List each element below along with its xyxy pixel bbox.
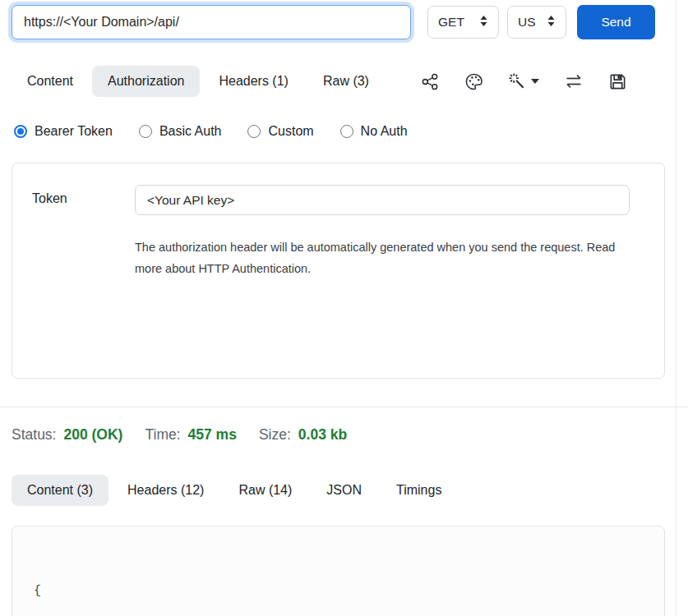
save-icon[interactable] <box>608 72 627 91</box>
toolbar <box>421 72 665 91</box>
response-status-row: Status: 200 (OK) Time: 457 ms Size: 0.03… <box>12 426 665 444</box>
radio-label: Custom <box>268 124 313 139</box>
auth-panel: Token The authorization header will be a… <box>12 163 665 379</box>
radio-label: Bearer Token <box>35 124 113 139</box>
radio-circle[interactable] <box>247 125 261 138</box>
auth-type-options: Bearer Token Basic Auth Custom No Auth <box>12 124 665 139</box>
tab-authorization[interactable]: Authorization <box>92 66 200 97</box>
token-input[interactable] <box>135 185 630 215</box>
method-select-value: GET <box>438 15 464 30</box>
request-tabs: Content Authorization Headers (1) Raw (3… <box>12 66 665 97</box>
tab-raw[interactable]: Raw (3) <box>307 66 385 97</box>
method-select[interactable]: GET <box>427 6 499 39</box>
resp-tab-headers[interactable]: Headers (12) <box>112 475 219 506</box>
size-label: Size: <box>259 426 291 444</box>
region-select[interactable]: US <box>507 6 566 39</box>
radio-circle-checked[interactable] <box>14 125 27 138</box>
response-body: { "message": "API running." } <box>12 526 665 616</box>
resp-tab-timings[interactable]: Timings <box>381 475 457 506</box>
token-label: Token <box>32 185 135 356</box>
time-value: 457 ms <box>188 426 237 444</box>
size-value: 0.03 kb <box>298 426 347 444</box>
page-right-divider <box>676 0 676 616</box>
magic-wand-icon[interactable] <box>508 72 539 91</box>
radio-circle[interactable] <box>340 125 353 138</box>
time-label: Time: <box>145 426 180 444</box>
radio-label: Basic Auth <box>159 124 222 139</box>
share-icon[interactable] <box>421 72 440 91</box>
send-button[interactable]: Send <box>577 5 655 39</box>
section-divider <box>0 407 688 407</box>
status-value: 200 (OK) <box>63 426 122 444</box>
resp-tab-raw[interactable]: Raw (14) <box>223 475 307 506</box>
tab-headers[interactable]: Headers (1) <box>203 66 303 97</box>
tab-content[interactable]: Content <box>12 66 89 97</box>
radio-custom[interactable]: Custom <box>247 124 313 139</box>
radio-bearer-token[interactable]: Bearer Token <box>14 124 113 139</box>
caret-down-icon <box>531 79 539 85</box>
updown-caret-icon <box>479 15 488 30</box>
json-open-brace: { <box>34 581 664 601</box>
url-input[interactable] <box>12 5 411 39</box>
radio-no-auth[interactable]: No Auth <box>340 124 408 139</box>
palette-icon[interactable] <box>464 72 483 91</box>
resp-tab-content[interactable]: Content (3) <box>12 475 109 506</box>
auth-helper-text: The authorization header will be automat… <box>135 237 616 279</box>
response-tabs: Content (3) Headers (12) Raw (14) JSON T… <box>12 475 665 506</box>
updown-caret-icon <box>547 15 556 30</box>
swap-icon[interactable] <box>564 72 584 90</box>
region-select-value: US <box>518 15 536 30</box>
radio-basic-auth[interactable]: Basic Auth <box>139 124 222 139</box>
radio-circle[interactable] <box>139 125 152 138</box>
resp-tab-json[interactable]: JSON <box>311 475 377 506</box>
status-label: Status: <box>12 426 56 444</box>
radio-label: No Auth <box>361 124 408 139</box>
request-bar: GET US Send <box>12 0 665 39</box>
